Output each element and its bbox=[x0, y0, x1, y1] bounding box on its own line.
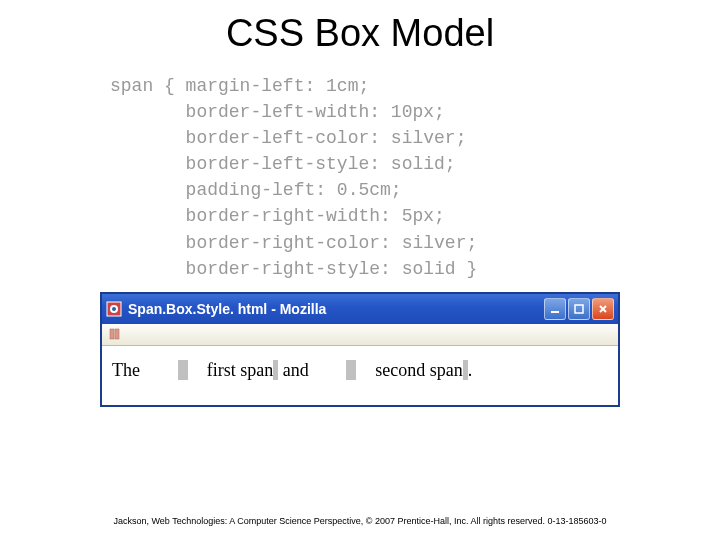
footer-citation: Jackson, Web Technologies: A Computer Sc… bbox=[0, 516, 720, 526]
page-title: CSS Box Model bbox=[0, 12, 720, 55]
mozilla-icon bbox=[106, 301, 122, 317]
text-middle: and bbox=[278, 360, 309, 380]
css-code-block: span { margin-left: 1cm; border-left-wid… bbox=[110, 73, 720, 282]
text-before: The bbox=[112, 360, 140, 380]
svg-rect-5 bbox=[110, 329, 114, 339]
svg-rect-3 bbox=[551, 311, 559, 313]
titlebar: Span.Box.Style. html - Mozilla bbox=[102, 294, 618, 324]
second-span: second span bbox=[346, 360, 467, 380]
first-span: first span bbox=[178, 360, 278, 380]
minimize-button[interactable] bbox=[544, 298, 566, 320]
svg-rect-4 bbox=[575, 305, 583, 313]
text-after: . bbox=[468, 360, 473, 380]
window-controls bbox=[544, 298, 614, 320]
toolbar bbox=[102, 324, 618, 346]
bookmark-icon[interactable] bbox=[108, 327, 122, 341]
close-button[interactable] bbox=[592, 298, 614, 320]
browser-window: Span.Box.Style. html - Mozilla Thefirst … bbox=[100, 292, 620, 407]
window-title: Span.Box.Style. html - Mozilla bbox=[128, 301, 544, 317]
maximize-button[interactable] bbox=[568, 298, 590, 320]
svg-point-2 bbox=[112, 307, 116, 311]
content-area: Thefirst span andsecond span. bbox=[102, 346, 618, 405]
svg-rect-6 bbox=[115, 329, 119, 339]
